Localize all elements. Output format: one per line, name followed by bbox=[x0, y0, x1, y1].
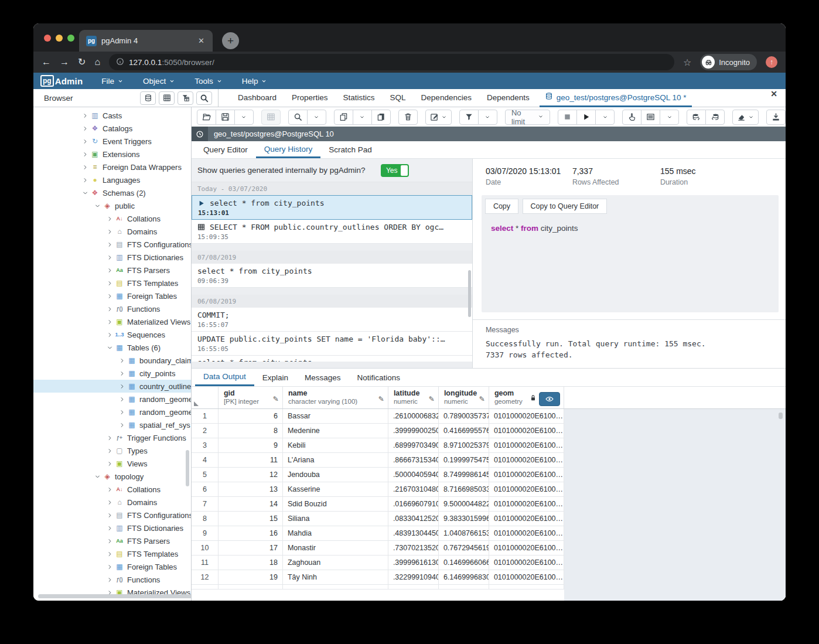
chevron-right-icon[interactable] bbox=[105, 306, 114, 312]
chevron-right-icon[interactable] bbox=[105, 268, 114, 273]
grid-cell[interactable]: 8 bbox=[219, 424, 283, 438]
row-number-cell[interactable]: 12 bbox=[192, 570, 219, 585]
column-header-name[interactable]: namecharacter varying (100)✎ bbox=[283, 387, 388, 408]
menu-file[interactable]: File bbox=[101, 77, 123, 86]
grid-cell[interactable]: 0101000020E6100… bbox=[489, 526, 564, 541]
sidebar-item-fts-templates[interactable]: ▤FTS Templates bbox=[33, 547, 191, 560]
tab-data-output[interactable]: Data Output bbox=[195, 369, 254, 386]
history-scrollbar[interactable] bbox=[468, 270, 471, 317]
grid-cell[interactable]: 0.41669955760 bbox=[439, 424, 489, 438]
grid-cell[interactable]: 0.14699660660 bbox=[439, 556, 489, 570]
grid-cell[interactable]: Medenine bbox=[283, 424, 388, 438]
sidebar-item-random-geometries[interactable]: ▦random_geometries bbox=[33, 406, 191, 418]
grid-cell[interactable]: 0101000020E6100… bbox=[489, 409, 564, 424]
grid-cell[interactable]: 0101000020E6100… bbox=[489, 497, 564, 512]
back-icon[interactable]: ← bbox=[42, 57, 51, 67]
sidebar-item-boundary-claims[interactable]: ▦boundary_claims bbox=[33, 354, 191, 367]
menu-tools[interactable]: Tools bbox=[194, 77, 222, 86]
caret-down-button[interactable] bbox=[353, 110, 372, 125]
sidebar-item-fts-dictionaries[interactable]: ▥FTS Dictionaries bbox=[33, 522, 191, 534]
grid-cell[interactable]: Zaghouan bbox=[283, 556, 388, 570]
chevron-right-icon[interactable] bbox=[105, 487, 114, 492]
grid-cell[interactable]: 0101000020E6100… bbox=[489, 512, 564, 526]
sidebar-item-spatial-ref-sys[interactable]: ▦spatial_ref_sys bbox=[33, 418, 191, 431]
grid-cell[interactable]: 13 bbox=[219, 482, 283, 497]
sidebar-item-functions[interactable]: ƒ()Functions bbox=[33, 573, 191, 586]
sidebar-item-casts[interactable]: ▥Casts bbox=[33, 109, 191, 122]
chevron-right-icon[interactable] bbox=[105, 564, 114, 570]
sidebar-item-trigger-functions[interactable]: ƒ+Trigger Functions bbox=[33, 431, 191, 444]
copy-to-query-editor-button[interactable]: Copy to Query Editor bbox=[523, 199, 608, 214]
grid-cell[interactable]: Siliana bbox=[283, 512, 388, 526]
chevron-right-icon[interactable] bbox=[105, 255, 114, 260]
sidebar-item-views[interactable]: ▣Views bbox=[33, 457, 191, 470]
play-button[interactable] bbox=[576, 110, 596, 125]
sidebar-item-schemas-2[interactable]: ❖Schemas (2) bbox=[33, 186, 191, 199]
sidebar-item-domains[interactable]: ⌂Domains bbox=[33, 496, 191, 509]
row-number-cell[interactable]: 1 bbox=[192, 409, 219, 424]
chevron-right-icon[interactable] bbox=[117, 371, 127, 376]
grid-cell[interactable]: .48391304450 bbox=[388, 526, 439, 541]
grid-cell[interactable]: .86667315340 bbox=[388, 453, 439, 468]
chevron-right-icon[interactable] bbox=[117, 422, 127, 428]
grid-cell[interactable]: 0101000020E6100… bbox=[489, 541, 564, 556]
sidebar-item-functions[interactable]: ƒ()Functions bbox=[33, 302, 191, 315]
filter-table-button[interactable] bbox=[178, 91, 193, 105]
edit-button[interactable] bbox=[425, 110, 452, 125]
forward-icon[interactable]: → bbox=[60, 57, 69, 67]
chevron-right-icon[interactable] bbox=[117, 384, 127, 389]
history-entry[interactable]: select * from city_points bbox=[192, 356, 472, 362]
tab-scratch-pad[interactable]: Scratch Pad bbox=[320, 141, 380, 158]
tab-properties[interactable]: Properties bbox=[284, 89, 336, 107]
sidebar-item-fts-parsers[interactable]: AaFTS Parsers bbox=[33, 534, 191, 547]
grid-cell[interactable]: Bassar bbox=[283, 409, 388, 424]
caret-down-button[interactable] bbox=[478, 110, 497, 125]
grid-cell[interactable]: .39999616130 bbox=[388, 556, 439, 570]
grid-cell[interactable]: .21670310480 bbox=[388, 482, 439, 497]
chevron-right-icon[interactable] bbox=[80, 178, 90, 183]
grid-scrollbar[interactable] bbox=[779, 413, 783, 419]
sidebar-item-catalogs[interactable]: ❖Catalogs bbox=[33, 122, 191, 135]
history-entry[interactable]: select * from city_points15:13:01 bbox=[192, 195, 472, 220]
grid-button[interactable] bbox=[159, 91, 175, 105]
chevron-right-icon[interactable] bbox=[105, 294, 114, 299]
chevron-right-icon[interactable] bbox=[117, 410, 127, 415]
tab-query-editor[interactable]: Query Editor bbox=[195, 141, 256, 158]
grid-cell[interactable]: 12 bbox=[219, 468, 283, 482]
sidebar-item-random-geometries[interactable]: ▦random_geometries bbox=[33, 393, 191, 406]
grid-cell[interactable]: Sdid Bouzid bbox=[283, 497, 388, 512]
close-panel-icon[interactable]: ✕ bbox=[770, 89, 777, 107]
sidebar-item-foreign-tables[interactable]: ▦Foreign Tables bbox=[33, 289, 191, 302]
history-entry[interactable]: SELECT * FROM public.country_outlines OR… bbox=[192, 220, 472, 244]
hand-button[interactable] bbox=[622, 110, 641, 125]
grid-cell[interactable]: 0.19999754750 bbox=[439, 453, 489, 468]
sidebar-item-collations[interactable]: A↓Collations bbox=[33, 483, 191, 496]
grid-cell[interactable]: 1.04087661530 bbox=[439, 526, 489, 541]
chevron-right-icon[interactable] bbox=[80, 152, 90, 157]
grid-cell[interactable]: Kasserine bbox=[283, 482, 388, 497]
eraser-button[interactable] bbox=[732, 110, 759, 125]
window-minimize-button[interactable] bbox=[56, 35, 63, 42]
tab-query-tool[interactable]: geo_test/postgres@PostgreSQL 10 * bbox=[537, 89, 694, 107]
sidebar-item-languages[interactable]: ●Languages bbox=[33, 173, 191, 186]
grid-cell[interactable]: .50000405940 bbox=[388, 468, 439, 482]
row-number-cell[interactable]: 7 bbox=[192, 497, 219, 512]
commit-button[interactable] bbox=[687, 110, 706, 125]
chevron-right-icon[interactable] bbox=[105, 539, 114, 544]
grid-cell[interactable]: L'Ariana bbox=[283, 453, 388, 468]
sidebar-item-foreign-tables[interactable]: ▦Foreign Tables bbox=[33, 560, 191, 573]
view-geometry-eye-button[interactable] bbox=[539, 392, 560, 406]
search-button[interactable] bbox=[288, 110, 308, 125]
sidebar-item-event-triggers[interactable]: ↻Event Triggers bbox=[33, 135, 191, 148]
chevron-right-icon[interactable] bbox=[80, 113, 90, 118]
grid-cell[interactable]: .26100006832 bbox=[388, 409, 439, 424]
sidebar-item-fts-configurations[interactable]: ▤FTS Configurations bbox=[33, 509, 191, 522]
sidebar-item-fts-templates[interactable]: ▤FTS Templates bbox=[33, 277, 191, 289]
chevron-right-icon[interactable] bbox=[117, 358, 127, 363]
grid-cell[interactable]: .32299910940 bbox=[388, 570, 439, 585]
row-number-cell[interactable]: 11 bbox=[192, 556, 219, 570]
chevron-right-icon[interactable] bbox=[105, 513, 114, 518]
grid-cell[interactable]: 0101000020E6100… bbox=[489, 570, 564, 585]
folder-open-button[interactable] bbox=[197, 110, 216, 125]
tab-statistics[interactable]: Statistics bbox=[336, 89, 383, 107]
